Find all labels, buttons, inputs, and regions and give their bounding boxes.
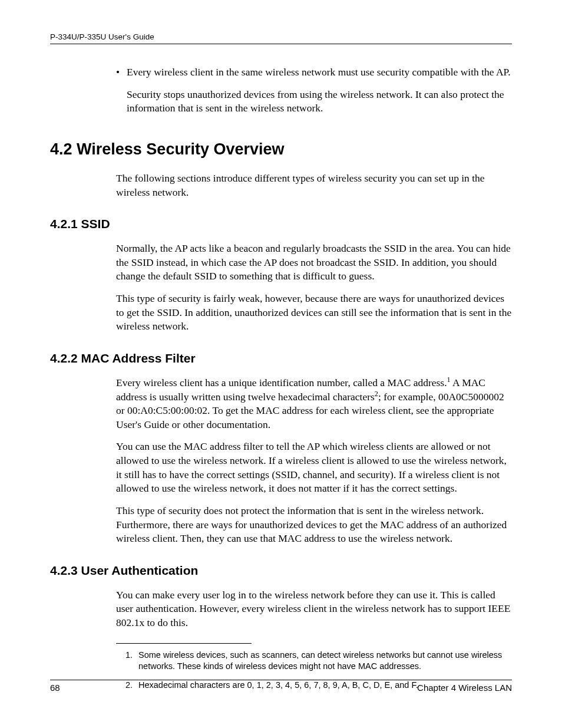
header-rule [50, 44, 512, 44]
paragraph: You can use the MAC address filter to te… [116, 440, 512, 496]
heading-4-2-2: 4.2.2 MAC Address Filter [50, 351, 512, 365]
section-4-2-3-body: You can make every user log in to the wi… [116, 588, 512, 630]
footnote-rule [116, 643, 252, 644]
footer: 68 Chapter 4 Wireless LAN [50, 680, 512, 693]
section-4-2-body: The following sections introduce differe… [116, 172, 512, 199]
footer-rule [50, 680, 512, 680]
page: P-334U/P-335U User's Guide • Every wirel… [0, 0, 562, 728]
heading-4-2-1: 4.2.1 SSID [50, 217, 512, 231]
bullet-marker: • [116, 65, 127, 80]
footer-line: 68 Chapter 4 Wireless LAN [50, 683, 512, 693]
intro-followup: Security stops unauthorized devices from… [127, 88, 512, 116]
paragraph: Every wireless client has a unique ident… [116, 376, 512, 432]
heading-4-2-3: 4.2.3 User Authentication [50, 564, 512, 578]
paragraph: The following sections introduce differe… [116, 172, 512, 199]
paragraph: This type of security does not protect t… [116, 504, 512, 546]
section-4-2-1-body: Normally, the AP acts like a beacon and … [116, 242, 512, 334]
bullet-text: Every wireless client in the same wirele… [127, 65, 512, 80]
running-header: P-334U/P-335U User's Guide [50, 32, 512, 44]
page-number: 68 [50, 683, 60, 693]
footnote-number: 1. [116, 650, 138, 673]
bullet-item: • Every wireless client in the same wire… [116, 65, 512, 80]
paragraph: Normally, the AP acts like a beacon and … [116, 242, 512, 284]
paragraph: You can make every user log in to the wi… [116, 588, 512, 630]
intro-block: • Every wireless client in the same wire… [116, 65, 512, 116]
footnote-1: 1. Some wireless devices, such as scanne… [116, 650, 512, 673]
chapter-label: Chapter 4 Wireless LAN [417, 683, 512, 693]
footnote-text: Some wireless devices, such as scanners,… [138, 650, 512, 673]
section-4-2-2-body: Every wireless client has a unique ident… [116, 376, 512, 546]
paragraph: This type of security is fairly weak, ho… [116, 292, 512, 334]
heading-4-2: 4.2 Wireless Security Overview [50, 140, 512, 159]
text-run: Every wireless client has a unique ident… [116, 377, 447, 388]
